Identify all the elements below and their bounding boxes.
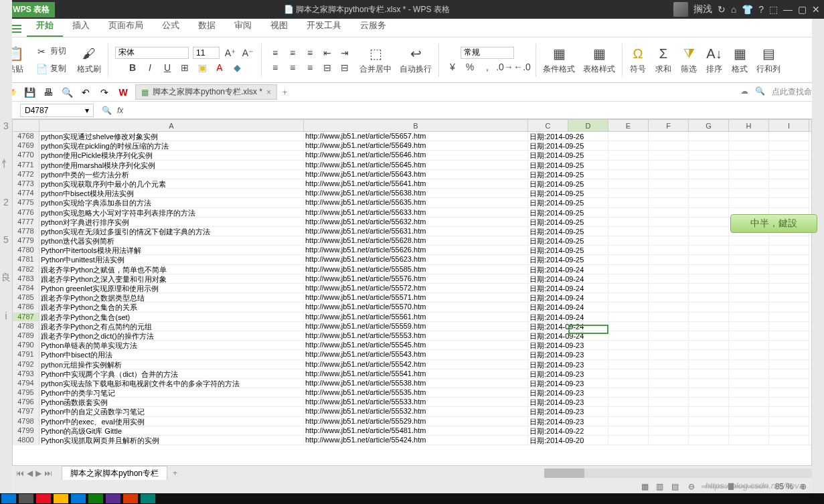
symbol-button[interactable]: Ω符号 xyxy=(627,45,649,75)
view-page-icon[interactable]: ▥ xyxy=(653,482,666,491)
row-header[interactable]: 4787 xyxy=(13,313,39,321)
menu-开始[interactable]: 开始 xyxy=(27,15,63,37)
row-header[interactable]: 4786 xyxy=(13,303,39,311)
menu-视图[interactable]: 视图 xyxy=(261,15,297,37)
table-row[interactable]: 4789跟老齐学Python之dict()的操作方法http://www.jb5… xyxy=(13,331,811,341)
number-format-select[interactable] xyxy=(461,47,514,59)
align-top-icon[interactable]: ≡ xyxy=(268,46,282,60)
cloud-icon[interactable]: ☁ xyxy=(740,86,748,98)
indent-inc-icon[interactable]: ⇥ xyxy=(338,46,351,60)
select-all-corner[interactable] xyxy=(13,120,39,131)
row-header[interactable]: 4788 xyxy=(13,322,39,331)
new-tab-icon[interactable]: + xyxy=(282,88,287,97)
table-row[interactable]: 4778python实现在无须过多援引的情况下创建字典的方法http://www… xyxy=(13,227,811,236)
indent-dec-icon[interactable]: ⇤ xyxy=(321,46,334,60)
table-style-button[interactable]: ▦表格样式 xyxy=(580,45,618,75)
table-row[interactable]: 4795Python中的类学习笔记http://www.jb51.net/art… xyxy=(13,388,811,398)
fx-search-icon[interactable]: 🔍 xyxy=(102,106,112,115)
avatar[interactable] xyxy=(673,2,688,17)
row-header[interactable]: 4796 xyxy=(13,398,39,406)
menu-插入[interactable]: 插入 xyxy=(63,15,99,37)
table-row[interactable]: 4776python实现忽略大小写对字符串列表排序的方法http://www.j… xyxy=(13,208,811,218)
table-row[interactable]: 4780Python中itertools模块用法详解http://www.jb5… xyxy=(13,246,811,255)
table-row[interactable]: 4782跟老齐学Python之赋值，简单也不简单http://www.jb51.… xyxy=(13,265,811,274)
currency-icon[interactable]: ¥ xyxy=(446,60,459,74)
table-row[interactable]: 4790Python单链表的简单实现方法http://www.jb51.net/… xyxy=(13,341,811,350)
preview-icon[interactable]: 🔍 xyxy=(60,86,74,99)
align-right-icon[interactable]: ≡ xyxy=(303,61,317,74)
menu-页面布局[interactable]: 页面布局 xyxy=(99,15,153,37)
highlight-icon[interactable]: ◆ xyxy=(230,61,244,74)
align-left-icon[interactable]: ≡ xyxy=(268,61,282,74)
row-header[interactable]: 4792 xyxy=(13,360,39,369)
table-row[interactable]: 4786跟老齐学Python之集合的关系http://www.jb51.net/… xyxy=(13,303,811,312)
dec-font-icon[interactable]: A⁻ xyxy=(241,46,254,60)
col-header-A[interactable]: A xyxy=(39,120,304,131)
menu-数据[interactable]: 数据 xyxy=(189,15,225,37)
bold-icon[interactable]: B xyxy=(126,61,139,74)
search-icon[interactable]: 🔍 xyxy=(755,86,765,98)
view-normal-icon[interactable]: ▦ xyxy=(639,482,651,491)
cond-format-button[interactable]: ▦条件格式 xyxy=(540,45,578,75)
format-painter-button[interactable]: 🖌格式刷 xyxy=(74,45,104,75)
tab-last-icon[interactable]: ⏭ xyxy=(44,469,52,478)
italic-icon[interactable]: I xyxy=(143,61,157,74)
align-center-icon[interactable]: ≡ xyxy=(286,61,299,74)
table-row[interactable]: 4777python对字典进行排序实例http://www.jb51.net/a… xyxy=(13,218,811,227)
menu-云服务[interactable]: 云服务 xyxy=(351,15,396,37)
merge-center-button[interactable]: ⬚合并居中 xyxy=(357,45,394,75)
menu-开发工具[interactable]: 开发工具 xyxy=(297,15,351,37)
copy-button[interactable]: 📄复制 xyxy=(32,61,69,77)
row-header[interactable]: 4778 xyxy=(13,227,39,236)
wps-w-icon[interactable]: W xyxy=(116,86,130,99)
cut-button[interactable]: ✂剪切 xyxy=(32,44,69,60)
row-header[interactable]: 4779 xyxy=(13,236,39,245)
table-row[interactable]: 4769python实现在pickling的时候压缩的方法http://www.… xyxy=(13,141,811,151)
col-header-F[interactable]: F xyxy=(649,120,689,131)
table-row[interactable]: 4791Python中bisect的用法http://www.jb51.net/… xyxy=(13,350,811,359)
table-row[interactable]: 4797Python中的自定义函数学习笔记http://www.jb51.net… xyxy=(13,407,811,416)
row-header[interactable]: 4797 xyxy=(13,407,39,416)
sheet-tab[interactable]: 脚本之家脚本python专栏 xyxy=(62,466,167,481)
table-row[interactable]: 4800Python实现抓取网页并且解析的实例http://www.jb51.n… xyxy=(13,436,811,445)
row-header[interactable]: 4768 xyxy=(13,132,39,141)
redo-icon[interactable]: ↷ xyxy=(98,86,111,99)
row-header[interactable]: 4789 xyxy=(13,331,39,340)
col-header-E[interactable]: E xyxy=(608,120,649,131)
table-row[interactable]: 4779python迭代器实例简析http://www.jb51.net/art… xyxy=(13,236,811,246)
font-color-icon[interactable]: A xyxy=(213,61,226,74)
rowcol-button[interactable]: ▤行和列 xyxy=(754,45,783,75)
tab-prev-icon[interactable]: ◀ xyxy=(27,469,33,478)
col-header-B[interactable]: B xyxy=(304,120,528,131)
home-icon[interactable]: ⌂ xyxy=(731,4,736,15)
row-header[interactable]: 4784 xyxy=(13,284,39,292)
help-icon[interactable]: ? xyxy=(758,4,764,15)
table-row[interactable]: 4774python中bisect模块用法实例http://www.jb51.n… xyxy=(13,189,811,198)
row-header[interactable]: 4774 xyxy=(13,189,39,197)
close-icon[interactable]: ✕ xyxy=(812,4,820,15)
document-tab[interactable]: ▦ 脚本之家脚本python专栏.xlsx * × xyxy=(135,84,277,100)
row-header[interactable]: 4773 xyxy=(13,179,39,188)
table-row[interactable]: 4770python使用cPickle模块序列化实例http://www.jb5… xyxy=(13,151,811,160)
row-header[interactable]: 4793 xyxy=(13,369,39,378)
table-row[interactable]: 4787跟老齐学Python之集合(set)http://www.jb51.ne… xyxy=(13,313,811,322)
tab-next-icon[interactable]: ▶ xyxy=(35,469,42,478)
menu-公式[interactable]: 公式 xyxy=(153,15,189,37)
row-header[interactable]: 4783 xyxy=(13,274,39,283)
row-header[interactable]: 4782 xyxy=(13,265,39,274)
align-bot-icon[interactable]: ≡ xyxy=(303,46,317,60)
zoom-out-icon[interactable]: ⊖ xyxy=(688,482,695,491)
col-header-G[interactable]: G xyxy=(689,120,729,131)
table-row[interactable]: 4793Python中实现两个字典（dict）合并的方法http://www.j… xyxy=(13,369,811,379)
menu-审阅[interactable]: 审阅 xyxy=(225,15,261,37)
row-header[interactable]: 4775 xyxy=(13,198,39,207)
row-header[interactable]: 4772 xyxy=(13,170,39,179)
table-row[interactable]: 4775python实现给字典添加条目的方法http://www.jb51.ne… xyxy=(13,198,811,207)
comma-icon[interactable]: , xyxy=(481,60,494,74)
undo-icon[interactable]: ↶ xyxy=(79,86,92,99)
font-size-select[interactable] xyxy=(193,47,220,59)
sort-button[interactable]: A↓排序 xyxy=(703,45,726,75)
shirt-icon[interactable]: 👕 xyxy=(742,4,753,15)
col-header-C[interactable]: C xyxy=(528,120,568,131)
dec-decimal-icon[interactable]: ←.0 xyxy=(515,60,529,74)
